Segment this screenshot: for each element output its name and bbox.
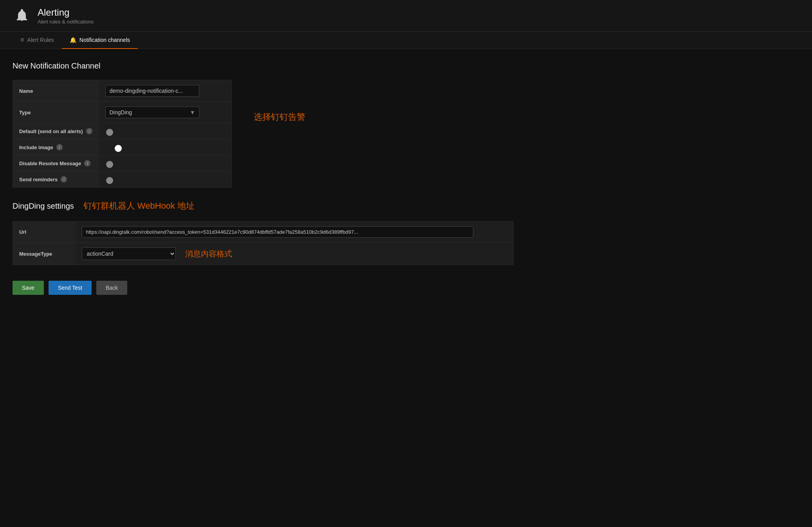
send-reminders-label-group: Send reminders i — [19, 176, 93, 182]
default-info-icon[interactable]: i — [86, 128, 92, 134]
app-subtitle: Alert rules & notifications — [38, 19, 94, 25]
type-annotation: 选择钉钉告警 — [254, 111, 305, 123]
back-button[interactable]: Back — [96, 281, 127, 295]
tab-alert-rules[interactable]: ≡ Alert Rules — [13, 32, 62, 49]
message-type-row: MessageType actionCard text markdown 消息内… — [13, 243, 514, 265]
tabs-bar: ≡ Alert Rules 🔔 Notification channels — [0, 32, 812, 49]
url-input[interactable] — [82, 226, 473, 238]
disable-resolve-label: Disable Resolve Message — [19, 161, 81, 166]
default-row: Default (send on all alerts) i — [13, 123, 232, 139]
notification-form: Name Type DingDing Email Slack PagerDuty… — [13, 80, 232, 188]
name-label: Name — [13, 80, 99, 102]
main-content: New Notification Channel Name Type DingD… — [0, 49, 812, 320]
disable-resolve-label-group: Disable Resolve Message i — [19, 160, 93, 166]
default-label-group: Default (send on all alerts) i — [19, 128, 93, 134]
url-row: Url — [13, 222, 514, 243]
dingding-settings-title: DingDing settings — [13, 202, 74, 211]
name-input[interactable] — [105, 85, 199, 97]
tab-notification-channels-label: Notification channels — [79, 37, 130, 43]
default-label: Default (send on all alerts) — [19, 128, 83, 134]
send-reminders-label: Send reminders — [19, 177, 58, 182]
dingding-settings-header: DingDing settings 钉钉群机器人 WebHook 地址 — [13, 200, 799, 212]
type-select[interactable]: DingDing Email Slack PagerDuty Webhook — [105, 106, 199, 118]
tab-notification-channels[interactable]: 🔔 Notification channels — [62, 32, 138, 49]
notification-icon: 🔔 — [70, 37, 76, 43]
type-select-wrapper: DingDing Email Slack PagerDuty Webhook ▼ — [105, 106, 199, 118]
url-label: Url — [13, 222, 76, 243]
include-image-label: Include image — [19, 144, 53, 150]
send-reminders-row: Send reminders i — [13, 171, 232, 188]
message-type-select[interactable]: actionCard text markdown — [82, 247, 176, 260]
send-reminders-info-icon[interactable]: i — [61, 176, 67, 182]
dingding-webhook-annotation: 钉钉群机器人 WebHook 地址 — [83, 200, 195, 212]
name-row: Name — [13, 80, 232, 102]
disable-resolve-info-icon[interactable]: i — [84, 160, 90, 166]
include-image-info-icon[interactable]: i — [56, 144, 63, 150]
action-buttons: Save Send Test Back — [13, 281, 799, 307]
dingding-settings-form: Url MessageType actionCard text markdown… — [13, 221, 514, 265]
disable-resolve-row: Disable Resolve Message i — [13, 155, 232, 171]
message-type-annotation: 消息内容格式 — [185, 249, 232, 259]
list-icon: ≡ — [20, 36, 24, 43]
type-label: Type — [13, 102, 99, 123]
tab-alert-rules-label: Alert Rules — [27, 37, 54, 43]
message-type-label: MessageType — [13, 243, 76, 265]
bell-icon — [13, 6, 31, 25]
app-header: Alerting Alert rules & notifications — [0, 0, 812, 32]
header-text: Alerting Alert rules & notifications — [38, 7, 94, 25]
type-row: Type DingDing Email Slack PagerDuty Webh… — [13, 102, 232, 123]
app-title: Alerting — [38, 7, 94, 18]
save-button[interactable]: Save — [13, 281, 44, 295]
include-image-row: Include image i — [13, 139, 232, 155]
page-title: New Notification Channel — [13, 61, 799, 70]
send-test-button[interactable]: Send Test — [49, 281, 92, 295]
include-image-label-group: Include image i — [19, 144, 93, 150]
